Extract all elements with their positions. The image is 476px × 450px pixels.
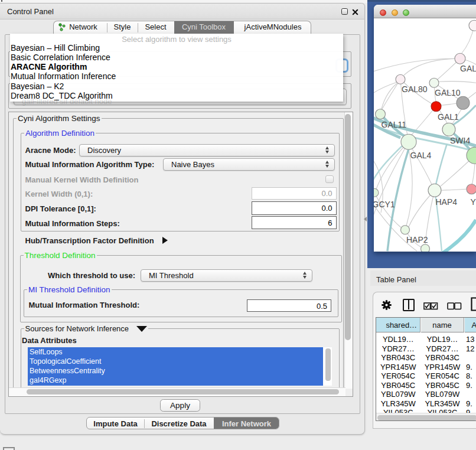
svg-text:SWI4: SWI4	[450, 136, 470, 145]
svg-text:GAL7: GAL7	[460, 64, 476, 73]
svg-text:HAP4: HAP4	[436, 197, 458, 207]
svg-text:GAL1: GAL1	[438, 112, 459, 122]
svg-text:GAL11: GAL11	[382, 120, 407, 129]
svg-text:HAP2: HAP2	[406, 235, 428, 244]
svg-text:GAL80: GAL80	[402, 84, 428, 94]
svg-text:GCY1: GCY1	[374, 200, 395, 209]
svg-text:GAL10: GAL10	[435, 88, 461, 97]
svg-text:Y: Y	[471, 197, 476, 207]
svg-text:GAL4: GAL4	[410, 151, 432, 160]
